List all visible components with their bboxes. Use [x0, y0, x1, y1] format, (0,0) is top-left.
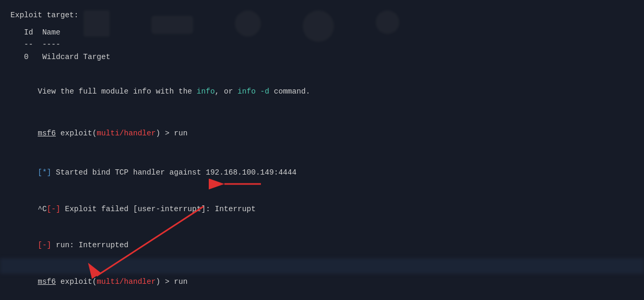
terminal-content: Exploit target: Id Name -- ---- 0 Wildca… [10, 9, 634, 300]
msf6-text-2: msf6 [38, 278, 56, 286]
exploit-text-2: exploit( [56, 278, 97, 286]
view-info-text: View the full module info with the [38, 87, 197, 96]
started-text-1: Started bind TCP handler against 192.168… [51, 168, 296, 177]
prompt-line-1: msf6 exploit(multi/handler) > run [10, 115, 634, 152]
exploit-text-1: exploit( [56, 129, 97, 137]
ctrl-c-line: ^C[-] Exploit failed [user-interrupt]: I… [10, 191, 634, 227]
info-end: command. [269, 87, 310, 96]
bracket-close-2: ) > run [156, 278, 187, 286]
run-interrupted-text: run: Interrupted [51, 241, 128, 249]
terminal-window: Exploit target: Id Name -- ---- 0 Wildca… [0, 0, 644, 300]
module-name-2: multi/handler [97, 278, 156, 286]
wildcard-target: 0 Wildcard Target [10, 51, 634, 63]
run-interrupted-bracket: [-] [38, 241, 51, 249]
module-name-1: multi/handler [97, 129, 156, 137]
blur-overlay [0, 258, 644, 274]
info-cmd2: info -d [237, 87, 269, 96]
exploit-failed-bracket: [-] [47, 205, 61, 213]
view-info-line: View the full module info with the info,… [10, 74, 634, 110]
msf6-text-1: msf6 [38, 129, 56, 137]
started-bind-1: [*] Started bind TCP handler against 192… [10, 155, 634, 191]
info-cmd1: info [197, 87, 215, 96]
star-bracket-1: [*] [38, 168, 51, 177]
info-sep: , or [215, 87, 238, 96]
exploit-failed-text: Exploit failed [user-interrupt]: Interru… [61, 205, 256, 213]
background-decorations [0, 10, 644, 42]
bracket-close-1: ) > run [156, 129, 187, 137]
ctrl-c-text: ^C [38, 205, 46, 213]
